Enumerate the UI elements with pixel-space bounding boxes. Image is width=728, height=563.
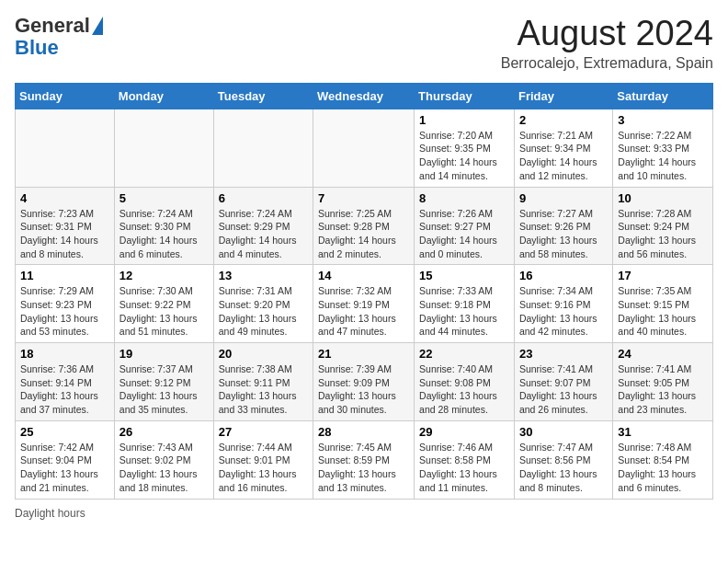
day-cell-29: 29Sunrise: 7:46 AM Sunset: 8:58 PM Dayli… bbox=[415, 420, 515, 499]
day-cell-4: 4Sunrise: 7:23 AM Sunset: 9:31 PM Daylig… bbox=[16, 187, 115, 265]
day-number: 2 bbox=[519, 113, 608, 127]
day-cell-9: 9Sunrise: 7:27 AM Sunset: 9:26 PM Daylig… bbox=[514, 187, 612, 265]
day-info: Sunrise: 7:28 AM Sunset: 9:24 PM Dayligh… bbox=[618, 207, 708, 261]
day-number: 24 bbox=[618, 347, 708, 361]
day-number: 17 bbox=[618, 269, 708, 282]
header-day-thursday: Thursday bbox=[415, 83, 515, 109]
header-day-saturday: Saturday bbox=[613, 83, 713, 109]
day-number: 26 bbox=[119, 425, 209, 439]
header-day-tuesday: Tuesday bbox=[213, 83, 313, 109]
day-cell-30: 30Sunrise: 7:47 AM Sunset: 8:56 PM Dayli… bbox=[514, 420, 612, 499]
day-info: Sunrise: 7:25 AM Sunset: 9:28 PM Dayligh… bbox=[318, 207, 409, 261]
day-number: 20 bbox=[219, 347, 308, 361]
logo-blue-text: Blue bbox=[15, 36, 59, 59]
day-number: 29 bbox=[419, 425, 509, 439]
day-cell-19: 19Sunrise: 7:37 AM Sunset: 9:12 PM Dayli… bbox=[114, 343, 213, 421]
day-info: Sunrise: 7:37 AM Sunset: 9:12 PM Dayligh… bbox=[119, 362, 209, 417]
day-cell-26: 26Sunrise: 7:43 AM Sunset: 9:02 PM Dayli… bbox=[114, 420, 213, 499]
day-number: 13 bbox=[219, 269, 308, 282]
day-number: 31 bbox=[618, 425, 708, 439]
day-cell-16: 16Sunrise: 7:34 AM Sunset: 9:16 PM Dayli… bbox=[514, 265, 612, 343]
day-info: Sunrise: 7:32 AM Sunset: 9:19 PM Dayligh… bbox=[318, 284, 409, 339]
day-cell-31: 31Sunrise: 7:48 AM Sunset: 8:54 PM Dayli… bbox=[613, 420, 713, 499]
header: General Blue August 2024 Berrocalejo, Ex… bbox=[15, 15, 713, 72]
day-info: Sunrise: 7:21 AM Sunset: 9:34 PM Dayligh… bbox=[519, 129, 608, 183]
header-row: SundayMondayTuesdayWednesdayThursdayFrid… bbox=[16, 83, 713, 109]
day-info: Sunrise: 7:41 AM Sunset: 9:07 PM Dayligh… bbox=[519, 362, 608, 417]
day-number: 23 bbox=[519, 347, 608, 361]
day-number: 18 bbox=[20, 347, 109, 361]
day-number: 30 bbox=[519, 425, 608, 439]
day-info: Sunrise: 7:41 AM Sunset: 9:05 PM Dayligh… bbox=[618, 362, 708, 417]
day-cell-empty bbox=[16, 109, 115, 187]
day-info: Sunrise: 7:40 AM Sunset: 9:08 PM Dayligh… bbox=[419, 362, 509, 417]
day-cell-3: 3Sunrise: 7:22 AM Sunset: 9:33 PM Daylig… bbox=[613, 109, 713, 187]
day-number: 22 bbox=[419, 347, 509, 361]
day-cell-25: 25Sunrise: 7:42 AM Sunset: 9:04 PM Dayli… bbox=[16, 420, 115, 499]
day-info: Sunrise: 7:36 AM Sunset: 9:14 PM Dayligh… bbox=[20, 362, 109, 417]
day-number: 15 bbox=[419, 269, 509, 282]
day-cell-6: 6Sunrise: 7:24 AM Sunset: 9:29 PM Daylig… bbox=[213, 187, 313, 265]
day-info: Sunrise: 7:43 AM Sunset: 9:02 PM Dayligh… bbox=[119, 441, 209, 495]
day-number: 7 bbox=[318, 191, 409, 205]
day-cell-24: 24Sunrise: 7:41 AM Sunset: 9:05 PM Dayli… bbox=[613, 343, 713, 421]
day-cell-20: 20Sunrise: 7:38 AM Sunset: 9:11 PM Dayli… bbox=[213, 343, 313, 421]
subtitle: Berrocalejo, Extremadura, Spain bbox=[501, 55, 713, 72]
day-cell-23: 23Sunrise: 7:41 AM Sunset: 9:07 PM Dayli… bbox=[514, 343, 612, 421]
day-number: 19 bbox=[119, 347, 209, 361]
week-row-3: 11Sunrise: 7:29 AM Sunset: 9:23 PM Dayli… bbox=[16, 265, 713, 343]
day-info: Sunrise: 7:24 AM Sunset: 9:30 PM Dayligh… bbox=[119, 207, 209, 261]
day-cell-14: 14Sunrise: 7:32 AM Sunset: 9:19 PM Dayli… bbox=[313, 265, 415, 343]
day-cell-1: 1Sunrise: 7:20 AM Sunset: 9:35 PM Daylig… bbox=[415, 109, 515, 187]
day-info: Sunrise: 7:48 AM Sunset: 8:54 PM Dayligh… bbox=[618, 441, 708, 495]
main-title: August 2024 bbox=[501, 15, 713, 53]
day-number: 6 bbox=[219, 191, 308, 205]
week-row-5: 25Sunrise: 7:42 AM Sunset: 9:04 PM Dayli… bbox=[16, 420, 713, 499]
day-cell-8: 8Sunrise: 7:26 AM Sunset: 9:27 PM Daylig… bbox=[415, 187, 515, 265]
day-cell-18: 18Sunrise: 7:36 AM Sunset: 9:14 PM Dayli… bbox=[16, 343, 115, 421]
day-number: 14 bbox=[318, 269, 409, 282]
day-info: Sunrise: 7:42 AM Sunset: 9:04 PM Dayligh… bbox=[20, 441, 109, 495]
calendar-table: SundayMondayTuesdayWednesdayThursdayFrid… bbox=[15, 83, 713, 500]
day-number: 4 bbox=[20, 191, 109, 205]
day-info: Sunrise: 7:35 AM Sunset: 9:15 PM Dayligh… bbox=[618, 284, 708, 339]
day-info: Sunrise: 7:23 AM Sunset: 9:31 PM Dayligh… bbox=[20, 207, 109, 261]
day-info: Sunrise: 7:39 AM Sunset: 9:09 PM Dayligh… bbox=[318, 362, 409, 417]
day-number: 5 bbox=[119, 191, 209, 205]
header-day-friday: Friday bbox=[514, 83, 612, 109]
day-info: Sunrise: 7:22 AM Sunset: 9:33 PM Dayligh… bbox=[618, 129, 708, 183]
day-info: Sunrise: 7:30 AM Sunset: 9:22 PM Dayligh… bbox=[119, 284, 209, 339]
day-number: 28 bbox=[318, 425, 409, 439]
day-cell-15: 15Sunrise: 7:33 AM Sunset: 9:18 PM Dayli… bbox=[415, 265, 515, 343]
day-cell-22: 22Sunrise: 7:40 AM Sunset: 9:08 PM Dayli… bbox=[415, 343, 515, 421]
day-number: 27 bbox=[219, 425, 308, 439]
day-info: Sunrise: 7:20 AM Sunset: 9:35 PM Dayligh… bbox=[419, 129, 509, 183]
day-number: 16 bbox=[519, 269, 608, 282]
day-number: 9 bbox=[519, 191, 608, 205]
day-number: 3 bbox=[618, 113, 708, 127]
day-info: Sunrise: 7:27 AM Sunset: 9:26 PM Dayligh… bbox=[519, 207, 608, 261]
day-info: Sunrise: 7:47 AM Sunset: 8:56 PM Dayligh… bbox=[519, 441, 608, 495]
day-info: Sunrise: 7:31 AM Sunset: 9:20 PM Dayligh… bbox=[219, 284, 308, 339]
day-cell-5: 5Sunrise: 7:24 AM Sunset: 9:30 PM Daylig… bbox=[114, 187, 213, 265]
day-info: Sunrise: 7:46 AM Sunset: 8:58 PM Dayligh… bbox=[419, 441, 509, 495]
day-cell-empty bbox=[114, 109, 213, 187]
header-day-monday: Monday bbox=[114, 83, 213, 109]
title-area: August 2024 Berrocalejo, Extremadura, Sp… bbox=[501, 15, 713, 72]
day-number: 11 bbox=[20, 269, 109, 282]
day-info: Sunrise: 7:44 AM Sunset: 9:01 PM Dayligh… bbox=[219, 441, 308, 495]
day-cell-28: 28Sunrise: 7:45 AM Sunset: 8:59 PM Dayli… bbox=[313, 420, 415, 499]
week-row-4: 18Sunrise: 7:36 AM Sunset: 9:14 PM Dayli… bbox=[16, 343, 713, 421]
day-cell-17: 17Sunrise: 7:35 AM Sunset: 9:15 PM Dayli… bbox=[613, 265, 713, 343]
day-number: 12 bbox=[119, 269, 209, 282]
day-number: 25 bbox=[20, 425, 109, 439]
day-cell-27: 27Sunrise: 7:44 AM Sunset: 9:01 PM Dayli… bbox=[213, 420, 313, 499]
day-cell-2: 2Sunrise: 7:21 AM Sunset: 9:34 PM Daylig… bbox=[514, 109, 612, 187]
day-info: Sunrise: 7:38 AM Sunset: 9:11 PM Dayligh… bbox=[219, 362, 308, 417]
week-row-2: 4Sunrise: 7:23 AM Sunset: 9:31 PM Daylig… bbox=[16, 187, 713, 265]
day-number: 8 bbox=[419, 191, 509, 205]
day-cell-13: 13Sunrise: 7:31 AM Sunset: 9:20 PM Dayli… bbox=[213, 265, 313, 343]
day-cell-11: 11Sunrise: 7:29 AM Sunset: 9:23 PM Dayli… bbox=[16, 265, 115, 343]
header-day-sunday: Sunday bbox=[16, 83, 115, 109]
day-info: Sunrise: 7:29 AM Sunset: 9:23 PM Dayligh… bbox=[20, 284, 109, 339]
